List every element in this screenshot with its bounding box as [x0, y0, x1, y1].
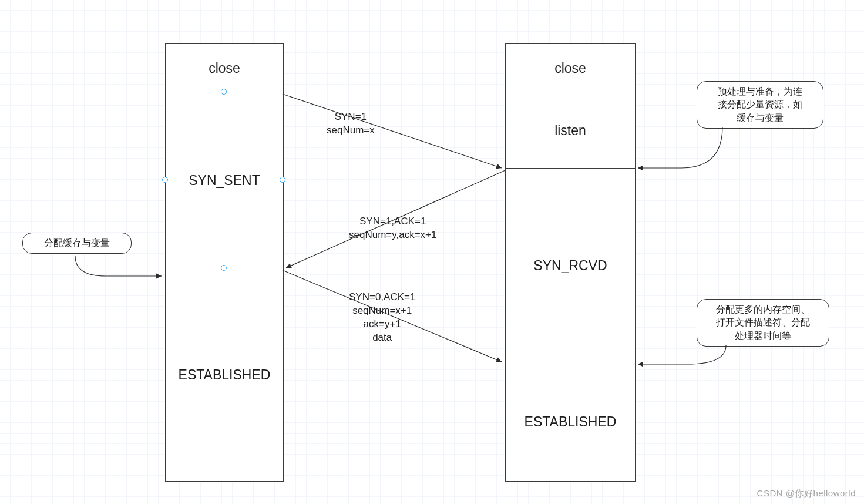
callout-text: 预处理与准备，为连: [718, 86, 802, 96]
msg3-line3: ack=y+1: [364, 318, 401, 330]
background-grid: [0, 0, 864, 504]
msg3-line4: data: [372, 332, 392, 343]
selection-handle[interactable]: [221, 265, 227, 271]
left-established-box[interactable]: ESTABLISHED: [165, 268, 284, 482]
left-close-box[interactable]: close: [165, 43, 284, 93]
selection-handle[interactable]: [221, 89, 227, 95]
callout-text: 打开文件描述符、分配: [716, 317, 810, 327]
right-syn-rcvd-label: SYN_RCVD: [533, 258, 607, 274]
msg1-line2: seqNum=x: [327, 125, 375, 136]
left-close-label: close: [209, 61, 240, 76]
callout-text: 接分配少量资源，如: [718, 99, 802, 109]
msg2-line2: seqNum=y,ack=x+1: [349, 229, 436, 240]
left-established-label: ESTABLISHED: [179, 367, 271, 383]
right-close-label: close: [554, 61, 586, 76]
msg1-caption: SYN=1 seqNum=x: [327, 110, 375, 137]
callout-text: 缓存与变量: [737, 113, 784, 123]
msg2-caption: SYN=1,ACK=1 seqNum=y,ack=x+1: [349, 215, 436, 242]
right-listen-box[interactable]: listen: [505, 92, 636, 169]
right-syn-rcvd-box[interactable]: SYN_RCVD: [505, 168, 636, 363]
selection-handle[interactable]: [280, 177, 285, 183]
msg2-line1: SYN=1,ACK=1: [359, 216, 426, 227]
allocate-buffer-callout[interactable]: 分配缓存与变量: [22, 233, 132, 254]
right-close-box[interactable]: close: [505, 43, 636, 93]
right-listen-label: listen: [554, 123, 586, 139]
watermark: CSDN @你好helloworld: [757, 488, 856, 499]
msg3-line1: SYN=0,ACK=1: [349, 291, 415, 303]
left-syn-sent-box[interactable]: SYN_SENT: [165, 92, 284, 269]
selection-handle[interactable]: [162, 177, 168, 183]
allocate-more-callout[interactable]: 分配更多的内存空间、 打开文件描述符、分配 处理器时间等: [697, 299, 829, 347]
msg1-line1: SYN=1: [335, 111, 367, 122]
preprocess-callout[interactable]: 预处理与准备，为连 接分配少量资源，如 缓存与变量: [697, 81, 823, 129]
callout-text: 处理器时间等: [735, 331, 791, 341]
msg3-caption: SYN=0,ACK=1 seqNum=x+1 ack=y+1 data: [349, 291, 415, 345]
right-established-label: ESTABLISHED: [525, 414, 617, 430]
left-syn-sent-label: SYN_SENT: [189, 173, 260, 189]
callout-text: 分配更多的内存空间、: [716, 304, 810, 314]
msg3-line2: seqNum=x+1: [352, 305, 412, 316]
callout-text: 分配缓存与变量: [44, 238, 110, 248]
right-established-box[interactable]: ESTABLISHED: [505, 362, 636, 482]
